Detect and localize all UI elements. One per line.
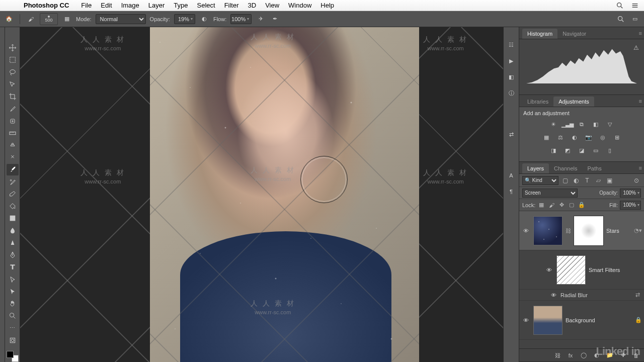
tab-histogram[interactable]: Histogram [522,29,557,39]
adj-photo-filter-icon[interactable]: 📷 [584,132,594,142]
type-tool-icon[interactable] [7,261,19,273]
brush-tool-indicator-icon[interactable]: 🖌 [26,14,36,24]
menu-type[interactable]: Type [169,2,192,9]
layer-blend-mode[interactable]: Screen [522,189,578,198]
airbrush-icon[interactable]: ✈ [256,14,266,24]
crop-tool-icon[interactable] [7,91,19,102]
dodge-tool-icon[interactable] [7,237,19,248]
layer-name[interactable]: Stars [606,228,631,234]
tab-paths[interactable]: Paths [583,163,607,173]
tab-navigator[interactable]: Navigator [557,29,591,39]
color-swatches[interactable] [7,351,19,362]
brush-panel-toggle-icon[interactable]: ▦ [62,14,72,24]
adj-threshold-icon[interactable]: ◪ [577,145,587,155]
dock-info-icon[interactable]: ⓘ [506,87,517,99]
spotlight-icon[interactable] [616,2,624,10]
healing-brush-tool-icon[interactable] [7,115,19,126]
flow-input[interactable]: 100% [230,14,252,24]
link-layers-icon[interactable]: ⛓ [553,351,561,359]
marquee-tool-icon[interactable] [7,54,19,65]
menu-file[interactable]: File [76,2,96,9]
filter-toggle-icon[interactable]: ⊙ [632,176,641,185]
brush-tool-icon[interactable] [7,164,19,175]
menu-image[interactable]: Image [117,2,144,9]
menu-view[interactable]: View [261,2,284,9]
app-name[interactable]: Photoshop CC [19,2,73,9]
add-mask-icon[interactable]: ◯ [580,351,588,359]
layer-name[interactable]: Background [566,317,632,323]
clone-stamp-tool-icon[interactable] [7,140,19,151]
menu-3d[interactable]: 3D [244,2,261,9]
filter-pixel-icon[interactable]: ▢ [560,176,570,185]
layer-opacity-input[interactable]: 100% [620,189,641,198]
adj-invert-icon[interactable]: ◨ [548,145,558,155]
paint-bucket-tool-icon[interactable] [7,201,19,212]
pressure-size-icon[interactable]: ✒ [270,14,280,24]
adj-mixer-icon[interactable]: ◎ [598,132,608,142]
blur-tool-icon[interactable] [7,225,19,236]
tab-adjustments[interactable]: Adjustments [553,97,594,107]
adj-selective-icon[interactable]: ▯ [605,145,615,155]
filter-shape-icon[interactable]: ▱ [594,176,603,185]
visibility-toggle-icon[interactable]: 👁 [549,292,557,298]
layer-fx-icon[interactable]: fx [567,351,575,359]
home-icon[interactable]: 🏠 [4,14,14,24]
dock-history-icon[interactable]: ☷ [506,39,517,50]
menu-list-icon[interactable] [631,2,639,10]
menu-filter[interactable]: Filter [220,2,244,9]
visibility-toggle-icon[interactable]: 👁 [521,317,530,323]
tab-layers[interactable]: Layers [522,163,549,173]
dock-para-icon[interactable]: ¶ [506,186,517,197]
foreground-color[interactable] [7,351,14,358]
adj-bw-icon[interactable]: ◐ [570,132,580,142]
adj-posterize-icon[interactable]: ◩ [562,145,573,155]
menu-edit[interactable]: Edit [96,2,116,9]
adj-hue-icon[interactable]: ▦ [541,132,551,142]
red-eye-tool-icon[interactable] [7,152,19,163]
menu-layer[interactable]: Layer [144,2,170,9]
adj-exposure-icon[interactable]: ◧ [591,119,601,129]
layer-row-stars[interactable]: 👁 ⛓ Stars ◔▾ [519,211,644,250]
smart-filter-item[interactable]: 👁 Radial Blur ⇄ [519,290,644,301]
gradient-tool-icon[interactable] [7,213,19,224]
zoom-tool-icon[interactable] [7,310,19,321]
panel-menu-icon[interactable]: ≡ [639,98,642,104]
visibility-toggle-icon[interactable]: 👁 [521,228,530,234]
layer-thumbnail[interactable] [533,216,562,245]
search-icon[interactable] [617,15,625,23]
delete-layer-icon[interactable]: 🗑 [632,351,640,359]
panel-menu-icon[interactable]: ≡ [639,165,642,171]
path-select-tool-icon[interactable] [7,274,19,285]
new-adjustment-icon[interactable]: ◐ [593,351,601,359]
filter-options-icon[interactable]: ⇄ [635,292,640,298]
blend-mode-select[interactable]: Normal [96,14,146,24]
lock-artboard-icon[interactable]: ▢ [568,201,576,209]
tab-libraries[interactable]: Libraries [522,97,553,107]
new-layer-icon[interactable]: ✚ [619,351,627,359]
menu-select[interactable]: Select [192,2,219,9]
layer-filter-kind[interactable]: 🔍 Kind [522,176,558,185]
adj-brightness-icon[interactable]: ☀ [548,119,558,129]
lasso-tool-icon[interactable] [7,66,19,77]
workspace-switcher-icon[interactable]: ▭ [630,14,640,24]
quick-mask-icon[interactable] [7,335,19,346]
brush-preset-picker[interactable]: 500 [40,13,58,25]
adj-levels-icon[interactable]: ▁▃▅ [562,119,573,129]
opacity-input[interactable]: 19% [174,14,195,24]
eraser-tool-icon[interactable] [7,189,19,200]
ruler-tool-icon[interactable] [7,128,19,139]
pen-tool-icon[interactable] [7,249,19,260]
layer-row-background[interactable]: 👁 Background 🔒 [519,301,644,340]
new-group-icon[interactable]: 📁 [606,351,614,359]
adj-vibrance-icon[interactable]: ▽ [605,119,615,129]
filter-mask-thumbnail[interactable] [556,255,586,285]
eyedropper-tool-icon[interactable] [7,103,19,114]
move-tool-icon[interactable] [7,42,19,53]
lock-all-icon[interactable]: 🔒 [578,201,586,209]
adj-lookup-icon[interactable]: ⊞ [612,132,622,142]
adj-gradient-map-icon[interactable]: ▭ [591,145,601,155]
layer-thumbnail[interactable] [533,306,562,335]
dock-properties-icon[interactable]: ⇄ [506,129,517,140]
dock-actions-icon[interactable]: ◧ [506,71,517,82]
menu-window[interactable]: Window [284,2,316,9]
